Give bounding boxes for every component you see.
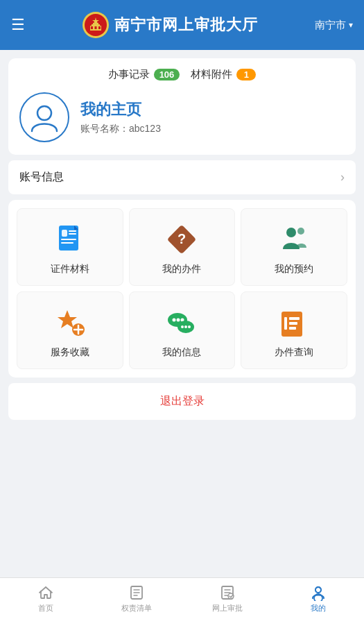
duties-icon [128, 584, 145, 601]
grid-label-favorites: 服务收藏 [51, 346, 89, 359]
svg-rect-5 [91, 26, 93, 29]
nav-label-duties: 权责清单 [121, 603, 152, 613]
bottom-nav: 首页 权责清单 网上审批 我的 [0, 577, 364, 619]
logout-text: 退出登录 [160, 395, 205, 407]
mywork-icon: ? [164, 221, 200, 257]
chevron-down-icon: ▾ [349, 20, 353, 30]
svg-point-26 [173, 319, 176, 322]
grid-label-reservation: 我的预约 [275, 263, 313, 275]
svg-rect-11 [62, 230, 67, 237]
account-info-row[interactable]: 账号信息 › [8, 160, 356, 194]
svg-point-9 [37, 106, 51, 120]
record-item-affairs[interactable]: 办事记录 106 [108, 68, 180, 81]
mine-icon [310, 584, 327, 601]
nav-label-online: 网上审批 [212, 603, 243, 613]
profile-account: 账号名称：abc123 [80, 123, 161, 135]
grid-item-reservation[interactable]: 我的预约 [241, 208, 347, 286]
grid-label-mywork: 我的办件 [162, 263, 201, 275]
grid-label-myinfo: 我的信息 [162, 346, 201, 359]
certificate-icon [52, 221, 88, 257]
nav-item-mine[interactable]: 我的 [273, 578, 364, 619]
svg-point-20 [297, 228, 304, 235]
grid-item-certificate[interactable]: 证件材料 [17, 208, 123, 286]
attachment-label: 材料附件 [191, 68, 232, 81]
attachment-badge: 1 [236, 69, 256, 80]
nav-item-home[interactable]: 首页 [0, 578, 91, 619]
grid-card: 证件材料 ? 我的办件 [8, 200, 356, 378]
account-info-label: 账号信息 [19, 170, 64, 185]
svg-point-19 [286, 228, 296, 237]
online-review-icon [219, 584, 236, 601]
affairs-label: 办事记录 [108, 68, 150, 81]
profile-name: 我的主页 [80, 99, 161, 120]
avatar-icon [28, 101, 61, 134]
app-header: ☰ 南宁市网上审批大厅 南宁市 ▾ [0, 0, 364, 50]
grid-container: 证件材料 ? 我的办件 [17, 208, 347, 369]
location-text: 南宁市 [315, 19, 346, 32]
avatar [19, 92, 69, 142]
reservation-icon [276, 221, 312, 257]
nav-label-mine: 我的 [311, 603, 326, 613]
record-item-attachment[interactable]: 材料附件 1 [191, 68, 256, 81]
query-icon [276, 305, 312, 341]
nav-item-online[interactable]: 网上审批 [182, 578, 273, 619]
profile-card: 办事记录 106 材料附件 1 我的主页 账号名称：abc123 [8, 58, 356, 155]
affairs-badge: 106 [154, 69, 180, 80]
national-emblem-icon [83, 12, 109, 38]
header-location[interactable]: 南宁市 ▾ [315, 19, 353, 32]
svg-point-46 [228, 593, 234, 599]
profile-info: 我的主页 账号名称：abc123 [19, 92, 345, 142]
svg-rect-34 [284, 317, 287, 330]
grid-label-query: 办件查询 [275, 346, 313, 359]
header-title: 南宁市网上审批大厅 [114, 15, 258, 35]
chevron-right-icon: › [340, 170, 345, 185]
menu-icon[interactable]: ☰ [11, 16, 25, 34]
svg-rect-7 [98, 26, 101, 29]
main-content: 办事记录 106 材料附件 1 我的主页 账号名称：abc123 [0, 50, 364, 577]
svg-point-49 [315, 587, 321, 593]
svg-rect-36 [289, 322, 297, 325]
grid-item-myinfo[interactable]: 我的信息 [129, 291, 236, 369]
grid-item-query[interactable]: 办件查询 [241, 291, 347, 369]
svg-rect-35 [289, 317, 300, 320]
grid-item-favorites[interactable]: 服务收藏 [17, 291, 123, 369]
nav-item-duties[interactable]: 权责清单 [91, 578, 182, 619]
record-row: 办事记录 106 材料附件 1 [19, 68, 345, 81]
header-title-area: 南宁市网上审批大厅 [83, 12, 258, 38]
grid-label-certificate: 证件材料 [51, 263, 89, 275]
home-icon [37, 584, 54, 601]
grid-item-mywork[interactable]: ? 我的办件 [129, 208, 236, 286]
svg-rect-6 [94, 26, 96, 29]
svg-point-32 [188, 325, 191, 328]
svg-point-27 [177, 319, 180, 322]
svg-point-31 [184, 325, 187, 328]
svg-text:?: ? [177, 231, 186, 246]
logout-area[interactable]: 退出登录 [8, 383, 356, 420]
myinfo-icon [164, 305, 200, 341]
svg-point-30 [181, 325, 184, 328]
svg-rect-37 [289, 327, 296, 330]
favorites-icon [52, 305, 88, 341]
nav-label-home: 首页 [38, 603, 53, 613]
profile-text: 我的主页 账号名称：abc123 [80, 99, 161, 135]
